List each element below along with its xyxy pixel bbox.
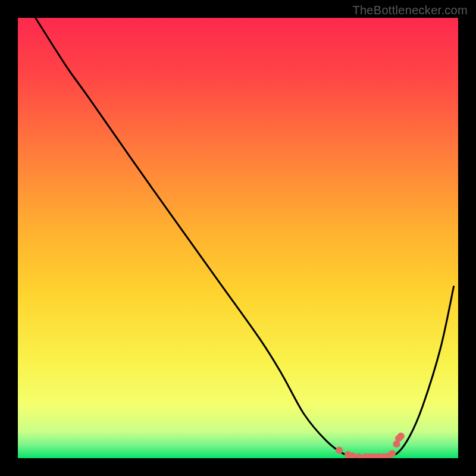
- highlight-dot: [336, 447, 343, 454]
- watermark-text: TheBottlenecker.com: [352, 4, 468, 17]
- chart-frame: TheBottlenecker.com: [0, 0, 476, 476]
- plot-area: [18, 18, 458, 458]
- highlight-dot: [389, 450, 396, 458]
- chart-svg: [18, 18, 458, 458]
- highlight-dot: [397, 433, 405, 440]
- gradient-background: [18, 18, 458, 458]
